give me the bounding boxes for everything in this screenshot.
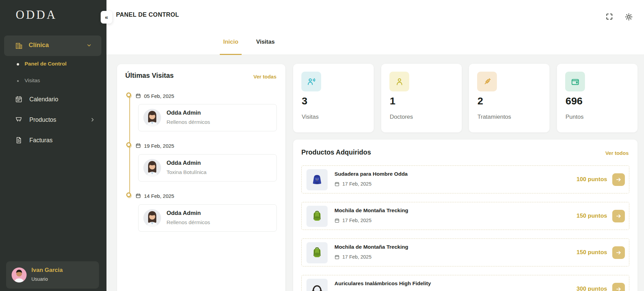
topbar: [106, 0, 644, 29]
calendar-icon: [334, 181, 340, 187]
doctor-avatar: [143, 159, 161, 177]
latest-visits-card: Últimas Visitas Ver todas 05 Feb, 2025 O…: [117, 64, 285, 291]
tab-visitas[interactable]: Visitas: [253, 29, 278, 55]
product-points: 300 puntos: [576, 286, 607, 291]
page-title: PANEL DE CONTROL: [116, 11, 179, 18]
sidebar-item-label: Productos: [29, 116, 56, 123]
building-icon: [15, 42, 23, 50]
arrow-right-icon: [615, 286, 622, 291]
product-name: Auriculares Inalámbricos High Fidelity: [334, 280, 431, 287]
product-date: 17 Feb, 2025: [334, 218, 371, 223]
visit-doctor-name: Odda Admin: [167, 160, 201, 166]
doctor-avatar: [143, 209, 161, 227]
odda-logo: ODDA: [16, 8, 57, 22]
product-points: 100 puntos: [576, 176, 607, 183]
product-date-text: 17 Feb, 2025: [342, 181, 371, 187]
calendar-icon: [334, 254, 340, 260]
stat-value: 3: [302, 95, 307, 107]
product-points: 150 puntos: [576, 213, 607, 219]
user-panel[interactable]: Ivan Garcia Usuario: [6, 261, 99, 289]
person-icon: [389, 72, 409, 91]
product-name: Mochila de Montaña Trecking: [334, 207, 408, 214]
visit-entry: Odda Admin Rellenos dérmicos: [138, 104, 277, 131]
user-name: Ivan Garcia: [31, 267, 63, 274]
stat-card-visitas: 3 Visitas: [293, 64, 374, 132]
user-role: Usuario: [31, 276, 48, 282]
stat-label: Tratamientos: [477, 114, 511, 120]
sidebar-item-panel-de-control[interactable]: Panel de Control: [0, 58, 106, 70]
stat-card-doctores: 1 Doctores: [381, 64, 462, 132]
invoice-icon: [15, 136, 23, 144]
visit-entry: Odda Admin Rellenos dérmicos: [138, 204, 277, 232]
sidebar-item-label: Facturas: [29, 137, 53, 144]
visit-date: 19 Feb, 2025: [135, 142, 174, 149]
stat-label: Puntos: [566, 114, 584, 120]
product-image-hoodie: [306, 169, 328, 190]
visit-date: 05 Feb, 2025: [135, 92, 174, 100]
stat-value: 696: [566, 95, 583, 107]
sidebar-item-label: Calendario: [29, 96, 58, 103]
sidebar-item-productos[interactable]: Productos: [0, 113, 106, 128]
product-row: Sudadera para Hombre Odda 17 Feb, 2025 1…: [301, 165, 629, 193]
product-date: 17 Feb, 2025: [334, 254, 371, 260]
bullet-icon: [17, 63, 19, 66]
product-open-button[interactable]: [612, 173, 625, 186]
chevron-right-icon: [90, 117, 95, 122]
calendar-icon: [135, 143, 141, 148]
visit-treatment: Rellenos dérmicos: [167, 119, 210, 125]
calendar-icon: [15, 96, 23, 103]
tabbar: Inicio Visitas: [106, 29, 644, 55]
syringe-icon: [477, 72, 497, 91]
tab-inicio[interactable]: Inicio: [220, 29, 242, 55]
cart-icon: [15, 116, 23, 123]
product-open-button[interactable]: [612, 246, 625, 259]
product-open-button[interactable]: [612, 283, 625, 291]
wallet-icon: [565, 72, 585, 91]
visit-date-text: 05 Feb, 2025: [144, 93, 174, 99]
visits-view-all-link[interactable]: Ver todas: [253, 74, 276, 79]
sidebar-item-label: Visitas: [25, 77, 40, 84]
purchased-products-card: Productos Adquiridos Ver todos Sudadera …: [293, 140, 638, 291]
visit-treatment: Toxina Botulínica: [167, 169, 206, 175]
bullet-icon: [17, 80, 19, 82]
product-image-backpack: [306, 206, 328, 227]
visit-doctor-name: Odda Admin: [167, 110, 201, 116]
user-avatar: [12, 267, 27, 282]
product-name: Mochila de Montaña Trecking: [334, 244, 408, 250]
person-waves-icon: [301, 72, 321, 91]
stat-card-tratamientos: 2 Tratamientos: [469, 64, 549, 132]
visit-treatment: Rellenos dérmicos: [167, 219, 210, 225]
stat-label: Doctores: [390, 114, 413, 120]
product-name: Sudadera para Hombre Odda: [334, 171, 407, 177]
timeline-marker: [126, 92, 131, 97]
theme-toggle-sun-icon[interactable]: [625, 13, 633, 21]
sidebar-collapse-button[interactable]: «: [101, 11, 112, 24]
stat-card-puntos: 696 Puntos: [557, 64, 638, 132]
fullscreen-icon[interactable]: [605, 13, 613, 20]
product-open-button[interactable]: [612, 210, 625, 222]
sidebar-item-calendario[interactable]: Calendario: [0, 92, 106, 107]
product-image-backpack: [306, 242, 328, 263]
product-date: 17 Feb, 2025: [334, 181, 371, 187]
doctor-avatar: [143, 109, 161, 127]
product-row: Mochila de Montaña Trecking 17 Feb, 2025…: [301, 238, 629, 266]
timeline-marker: [126, 192, 131, 197]
sidebar-item-visitas[interactable]: Visitas: [0, 75, 106, 87]
visit-date-text: 14 Feb, 2025: [144, 193, 174, 199]
arrow-right-icon: [615, 213, 622, 219]
sidebar-item-label: Clínica: [29, 42, 49, 49]
products-view-all-link[interactable]: Ver todos: [605, 150, 629, 156]
visit-date: 14 Feb, 2025: [135, 192, 174, 200]
visit-doctor-name: Odda Admin: [167, 210, 201, 217]
timeline-marker: [126, 142, 131, 147]
product-image-headphones: [306, 279, 328, 291]
products-card-title: Productos Adquiridos: [301, 148, 371, 156]
sidebar-item-facturas[interactable]: Facturas: [0, 133, 106, 148]
product-row: Mochila de Montaña Trecking 17 Feb, 2025…: [301, 202, 629, 230]
stat-label: Visitas: [302, 114, 319, 120]
stat-value: 2: [477, 95, 483, 107]
sidebar-item-clinica[interactable]: Clínica: [4, 35, 101, 56]
product-date-text: 17 Feb, 2025: [342, 254, 371, 260]
calendar-icon: [135, 193, 141, 199]
visit-entry: Odda Admin Toxina Botulínica: [138, 154, 277, 181]
